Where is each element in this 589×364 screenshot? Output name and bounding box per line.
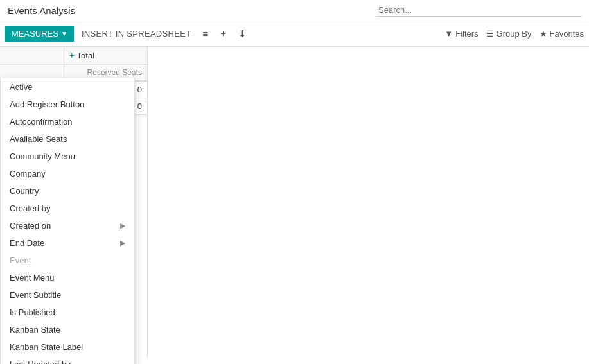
dropdown-item-chevron-end-date: ▶ <box>120 239 125 247</box>
dropdown-item-label-country: Country <box>10 186 39 196</box>
add-icon[interactable]: ＋ <box>215 25 232 42</box>
measures-button[interactable]: MEASURES ▼ <box>5 26 74 42</box>
filters-button[interactable]: ▼ Filters <box>444 29 478 39</box>
th-empty <box>0 47 64 64</box>
main-content: + Total Reserved Seats Total 0 + Confere… <box>0 47 589 358</box>
dropdown-item-label-created-on: Created on <box>10 221 51 230</box>
download-icon[interactable]: ⬇ <box>234 26 251 42</box>
settings-icon[interactable]: ≡ <box>198 26 212 42</box>
top-bar: Events Analysis <box>0 0 589 21</box>
dropdown-item-label-last-updated-by: Last Updated by <box>10 360 71 364</box>
dropdown-item-label-event-subtitle: Event Subtitle <box>10 290 61 300</box>
dropdown-item-end-date[interactable]: End Date▶ <box>1 234 134 252</box>
dropdown-item-label-community-menu: Community Menu <box>10 152 75 161</box>
dropdown-item-label-kanban-state-label: Kanban State Label <box>10 342 83 352</box>
dropdown-item-label-autoconfirmation: Autoconfirmation <box>10 117 73 126</box>
dropdown-item-label-add-register-button: Add Register Button <box>10 100 84 109</box>
toolbar: MEASURES ▼ INSERT IN SPREADSHEET ≡ ＋ ⬇ ▼… <box>0 21 589 47</box>
dropdown-item-event-subtitle[interactable]: Event Subtitle <box>1 286 134 304</box>
dropdown-item-is-published[interactable]: Is Published <box>1 304 134 321</box>
dropdown-item-community-menu[interactable]: Community Menu <box>1 148 134 165</box>
dropdown-item-label-kanban-state: Kanban State <box>10 325 60 334</box>
dropdown-item-event-menu[interactable]: Event Menu <box>1 269 134 286</box>
table-area: + Total Reserved Seats Total 0 + Confere… <box>0 47 148 358</box>
table-header-row: + Total <box>0 47 147 65</box>
toolbar-right: ▼ Filters ☰ Group By ★ Favorites <box>444 29 584 39</box>
total-plus-icon[interactable]: + <box>69 51 75 60</box>
star-icon: ★ <box>540 29 547 39</box>
dropdown-item-label-company: Company <box>10 169 46 178</box>
dropdown-item-label-end-date: End Date <box>10 238 44 248</box>
search-input[interactable] <box>376 4 581 17</box>
dropdown-item-kanban-state-label[interactable]: Kanban State Label <box>1 338 134 356</box>
dropdown-item-created-by[interactable]: Created by <box>1 200 134 217</box>
dropdown-item-created-on[interactable]: Created on▶ <box>1 217 134 234</box>
th-total: + Total <box>64 47 147 64</box>
measures-arrow-icon: ▼ <box>61 30 67 37</box>
dropdown-item-label-available-seats: Available Seats <box>10 134 67 144</box>
dropdown-item-label-event-menu: Event Menu <box>10 273 54 282</box>
dropdown-item-label-event: Event <box>10 256 31 265</box>
dropdown-item-active[interactable]: Active <box>1 78 134 96</box>
dropdown-item-chevron-created-on: ▶ <box>120 221 125 230</box>
group-by-button[interactable]: ☰ Group By <box>486 29 532 39</box>
dropdown-item-event: Event <box>1 252 134 269</box>
dropdown-item-label-is-published: Is Published <box>10 308 55 317</box>
dropdown-item-label-created-by: Created by <box>10 204 51 213</box>
filter-icon: ▼ <box>444 29 453 39</box>
dropdown-item-kanban-state[interactable]: Kanban State <box>1 321 134 338</box>
dropdown-item-country[interactable]: Country <box>1 182 134 200</box>
group-by-icon: ☰ <box>486 29 494 39</box>
dropdown-item-autoconfirmation[interactable]: Autoconfirmation <box>1 113 134 130</box>
page-title: Events Analysis <box>8 5 75 16</box>
dropdown-item-company[interactable]: Company <box>1 165 134 182</box>
dropdown-item-available-seats[interactable]: Available Seats <box>1 130 134 148</box>
dropdown-item-last-updated-by[interactable]: Last Updated by <box>1 356 134 364</box>
total-header-label: Total <box>77 51 94 60</box>
favorites-button[interactable]: ★ Favorites <box>540 29 584 39</box>
insert-spreadsheet-button[interactable]: INSERT IN SPREADSHEET <box>76 26 197 42</box>
dropdown-item-label-active: Active <box>10 82 32 92</box>
dropdown-menu: ActiveAdd Register ButtonAutoconfirmatio… <box>0 78 135 364</box>
dropdown-item-add-register-button[interactable]: Add Register Button <box>1 96 134 113</box>
